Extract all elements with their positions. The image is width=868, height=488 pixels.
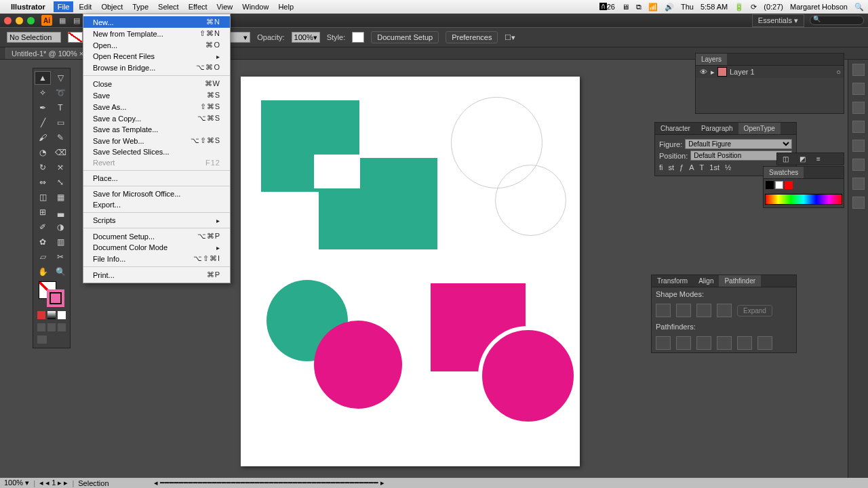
draw-behind-icon[interactable] xyxy=(47,323,56,331)
shape-builder-tool[interactable]: ◫ xyxy=(35,190,51,204)
bridge-shortcut-icon[interactable]: ▦ ▤ xyxy=(59,16,83,25)
collapsed-appearance[interactable] xyxy=(852,140,865,152)
draw-normal-icon[interactable] xyxy=(37,323,45,331)
zoom-tool[interactable]: 🔍 xyxy=(52,265,68,279)
unite-button[interactable] xyxy=(656,304,671,317)
file-menu-export[interactable]: Export... xyxy=(83,199,230,210)
search-input[interactable] xyxy=(810,16,864,25)
shape-pink-circle-b[interactable] xyxy=(478,326,578,426)
clock-time[interactable]: 5:58 AM xyxy=(701,3,728,11)
blob-brush-tool[interactable]: ◔ xyxy=(35,146,51,159)
ot-btn-3[interactable]: ƒ xyxy=(679,163,684,171)
layers-tab[interactable]: Layers xyxy=(696,54,727,65)
window-traffic-lights[interactable] xyxy=(4,17,35,24)
magic-wand-tool[interactable]: ✧ xyxy=(35,86,51,100)
menu-help[interactable]: Help xyxy=(278,3,294,11)
lasso-tool[interactable]: ➰ xyxy=(52,86,68,100)
transform-tab[interactable]: Transform xyxy=(652,275,693,287)
menu-select[interactable]: Select xyxy=(158,3,179,11)
shape-pink-circle-a[interactable] xyxy=(314,321,402,409)
file-menu-save-a-copy[interactable]: Save a Copy...⌥⌘S xyxy=(83,113,230,124)
pen-tool[interactable]: ✒ xyxy=(35,101,51,115)
timer[interactable]: (0:27) xyxy=(764,3,783,11)
file-menu-browse-in-bridge[interactable]: Browse in Bridge...⌥⌘O xyxy=(83,62,230,73)
user-name[interactable]: Margaret Hobson xyxy=(790,3,848,11)
ot-btn-6[interactable]: 1st xyxy=(709,163,719,171)
artboard-tool[interactable]: ▱ xyxy=(35,250,51,264)
shape-outline-circle-2[interactable] xyxy=(495,165,566,236)
minus-back-button[interactable] xyxy=(757,336,772,350)
symbol-sprayer-tool[interactable]: ✿ xyxy=(35,235,51,249)
fill-swatch[interactable] xyxy=(68,32,83,43)
spotlight-icon[interactable]: 🔍 xyxy=(854,3,864,12)
file-menu-save-as[interactable]: Save As...⇧⌘S xyxy=(83,101,230,113)
rectangle-tool[interactable]: ▭ xyxy=(52,116,68,129)
swatch-black[interactable] xyxy=(766,181,774,189)
sync-icon[interactable]: ⟳ xyxy=(751,3,757,12)
gradient-mode-icon[interactable] xyxy=(47,311,56,319)
menu-view[interactable]: View xyxy=(217,3,233,11)
slice-tool[interactable]: ✂ xyxy=(52,250,68,264)
type-tool[interactable]: T xyxy=(52,101,68,115)
width-tool[interactable]: ⇔ xyxy=(35,176,51,189)
dropbox-icon[interactable]: ⧉ xyxy=(636,3,642,12)
layer-target-icon[interactable]: ○ xyxy=(836,68,841,76)
trim-button[interactable] xyxy=(676,336,691,350)
expand-button[interactable]: Expand xyxy=(737,305,772,317)
file-menu-document-color-mode[interactable]: Document Color Mode xyxy=(83,242,230,253)
file-menu-close[interactable]: Close⌘W xyxy=(83,78,230,89)
close-icon[interactable] xyxy=(4,17,12,24)
adobe-badge[interactable]: 🅰 26 xyxy=(599,3,615,11)
mini-tab-3[interactable]: ≡ xyxy=(811,153,826,165)
collapsed-gradient[interactable] xyxy=(852,102,865,114)
ot-btn-1[interactable]: fi xyxy=(659,163,663,171)
battery-icon[interactable]: 🔋 xyxy=(734,3,744,12)
free-transform-tool[interactable]: ⤡ xyxy=(52,176,68,189)
preferences-button[interactable]: Preferences xyxy=(446,31,498,43)
ot-btn-2[interactable]: st xyxy=(669,163,675,171)
crop-button[interactable] xyxy=(717,336,732,350)
file-menu-open-recent-files[interactable]: Open Recent Files xyxy=(83,51,230,62)
draw-inside-icon[interactable] xyxy=(58,323,66,331)
perspective-tool[interactable]: ▦ xyxy=(52,190,68,204)
fill-stroke-swatches[interactable] xyxy=(35,280,68,308)
file-menu-scripts[interactable]: Scripts xyxy=(83,215,230,226)
file-menu-document-setup[interactable]: Document Setup...⌥⌘P xyxy=(83,230,230,242)
menu-object[interactable]: Object xyxy=(101,3,123,11)
eyedropper-tool[interactable]: ✐ xyxy=(35,220,51,234)
intersect-button[interactable] xyxy=(696,304,711,317)
zoom-level[interactable]: 100% ▾ xyxy=(4,479,29,487)
collapsed-color[interactable] xyxy=(852,64,865,76)
file-menu-save-selected-slices[interactable]: Save Selected Slices... xyxy=(83,146,230,157)
eraser-tool[interactable]: ⌫ xyxy=(52,146,68,159)
layer-row[interactable]: 👁 ▸ Layer 1 ○ xyxy=(696,66,844,78)
swatches-tab[interactable]: Swatches xyxy=(764,167,804,178)
collapsed-brushes[interactable] xyxy=(852,197,865,209)
color-mode-icon[interactable] xyxy=(37,311,45,319)
collapsed-symbols[interactable] xyxy=(852,178,865,190)
graph-tool[interactable]: ▥ xyxy=(52,235,68,249)
volume-icon[interactable]: 🔊 xyxy=(665,3,674,12)
file-menu-place[interactable]: Place... xyxy=(83,173,230,184)
file-menu-save-for-microsoft-office[interactable]: Save for Microsoft Office... xyxy=(83,188,230,199)
file-menu-file-info[interactable]: File Info...⌥⇧⌘I xyxy=(83,253,230,264)
workspace-switcher[interactable]: Essentials ▾ xyxy=(752,14,804,27)
swatch-red[interactable] xyxy=(785,181,793,189)
minus-front-button[interactable] xyxy=(676,304,691,317)
style-swatch[interactable] xyxy=(352,32,364,43)
divide-button[interactable] xyxy=(656,336,671,350)
scale-tool[interactable]: ⤧ xyxy=(52,161,68,174)
layer-name[interactable]: Layer 1 xyxy=(730,68,755,76)
artboard-nav[interactable]: ◂ ◂ 1 ▸ ▸ xyxy=(39,479,68,487)
paintbrush-tool[interactable]: 🖌 xyxy=(35,131,51,144)
visibility-icon[interactable]: 👁 xyxy=(698,68,708,76)
pencil-tool[interactable]: ✎ xyxy=(52,131,68,144)
minimize-icon[interactable] xyxy=(16,17,23,24)
direct-selection-tool[interactable]: ▽ xyxy=(52,71,68,85)
file-menu-save-for-web[interactable]: Save for Web...⌥⇧⌘S xyxy=(83,135,230,146)
clock-day[interactable]: Thu xyxy=(681,3,694,11)
collapsed-stroke[interactable] xyxy=(852,83,865,95)
layer-expand-icon[interactable]: ▸ xyxy=(711,68,715,77)
file-menu-new[interactable]: New...⌘N xyxy=(83,16,230,28)
menu-type[interactable]: Type xyxy=(132,3,149,11)
